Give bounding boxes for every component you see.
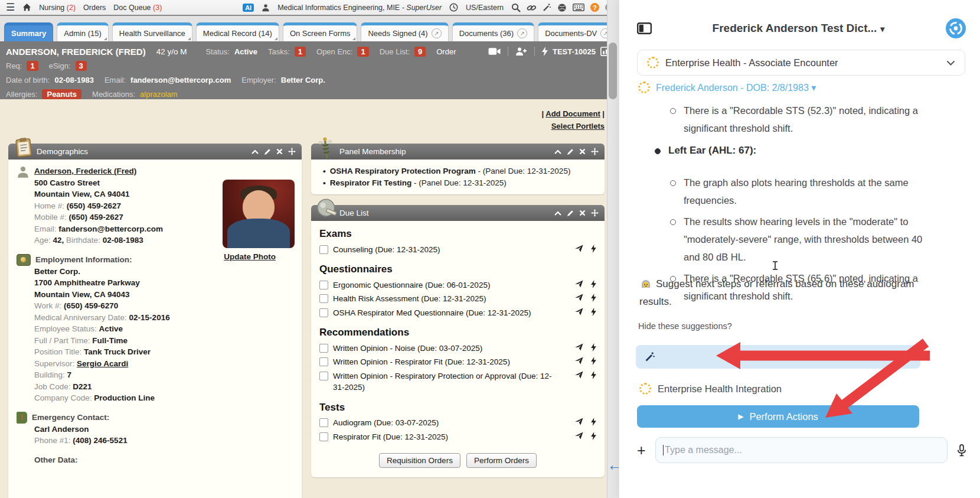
bolt-icon[interactable]	[591, 357, 596, 365]
select-portlets-link[interactable]: Select Portlets	[551, 122, 605, 131]
open-enc-count-badge[interactable]: 1	[357, 47, 368, 57]
demographics-header[interactable]: Demographics	[8, 144, 302, 160]
checkbox[interactable]	[319, 372, 328, 380]
tasks-count-badge[interactable]: 1	[295, 47, 306, 57]
ai-badge[interactable]: AI	[243, 4, 254, 12]
collapse-icon[interactable]	[554, 149, 561, 154]
clock-icon[interactable]	[449, 3, 458, 12]
external-link-icon[interactable]: ↗	[517, 28, 527, 38]
message-input[interactable]: Type a message...	[655, 437, 948, 463]
external-link-icon[interactable]: ↗	[432, 28, 442, 38]
panel-membership-header[interactable]: Panel Membership	[311, 144, 605, 160]
bolt-icon[interactable]	[591, 294, 596, 302]
move-icon[interactable]	[591, 209, 599, 217]
tab-summary[interactable]: Summary	[4, 22, 53, 41]
medication-value[interactable]: alprazolam	[140, 90, 178, 99]
collapse-icon[interactable]	[251, 149, 259, 154]
sidebar-toggle-icon[interactable]	[637, 22, 652, 34]
send-icon[interactable]	[575, 245, 584, 252]
checkbox[interactable]	[319, 308, 328, 317]
edit-icon[interactable]	[264, 148, 271, 155]
add-person-icon[interactable]	[515, 47, 527, 56]
perform-actions-button[interactable]: ▶ Perform Actions	[637, 405, 919, 428]
checkbox[interactable]	[319, 344, 328, 353]
scrollbar-thumb[interactable]	[609, 43, 617, 99]
home-icon[interactable]	[22, 3, 31, 12]
assistant-logo[interactable]	[945, 18, 966, 39]
checkbox[interactable]	[319, 432, 328, 441]
tab-admin[interactable]: Admin (15)	[57, 22, 109, 41]
requisition-orders-button[interactable]: Requisition Orders	[379, 453, 460, 468]
nav-orders[interactable]: Orders	[83, 4, 106, 12]
checkbox[interactable]	[319, 418, 328, 427]
hamburger-menu-icon[interactable]: ☰	[6, 2, 15, 12]
nav-doc-queue[interactable]: Doc Queue (3)	[113, 4, 162, 12]
conversation-title[interactable]: Frederick Anderson Test Dict...▾	[652, 22, 945, 35]
allergy-badge[interactable]: Peanuts	[42, 89, 81, 99]
mic-icon[interactable]	[957, 444, 966, 457]
order-link[interactable]: Order	[436, 47, 456, 56]
bolt-icon[interactable]	[591, 418, 596, 426]
video-camera-icon[interactable]	[488, 47, 501, 56]
nav-nursing[interactable]: Nursing (2)	[39, 4, 76, 12]
suggestion-text[interactable]: Suggest next steps or referrals based on…	[639, 275, 940, 311]
supervisor-link[interactable]: Sergio Acardi	[77, 359, 128, 368]
timezone-label[interactable]: US/Eastern	[466, 4, 504, 12]
checkbox[interactable]	[319, 294, 328, 303]
patient-context-link[interactable]: Frederick Anderson - DOB: 2/8/1983 ▾	[638, 82, 816, 93]
checkbox[interactable]	[319, 245, 328, 254]
search-icon[interactable]	[511, 3, 521, 12]
checkbox[interactable]	[319, 357, 328, 366]
req-count-badge[interactable]: 1	[27, 61, 38, 71]
close-icon[interactable]	[579, 148, 586, 155]
send-icon[interactable]	[575, 432, 584, 440]
edit-icon[interactable]	[567, 148, 574, 155]
attach-button[interactable]: +	[637, 443, 646, 458]
tab-health-surveillance[interactable]: Health Surveillance	[112, 22, 192, 41]
send-icon[interactable]	[575, 308, 584, 315]
hide-suggestions-link[interactable]: Hide these suggestions?	[638, 321, 732, 331]
send-icon[interactable]	[575, 357, 584, 364]
bolt-icon[interactable]	[591, 343, 596, 351]
bolt-icon[interactable]	[591, 308, 596, 316]
close-icon[interactable]	[276, 148, 283, 155]
encounter-selector[interactable]: Enterprise Health - Associate Encounter	[637, 50, 965, 76]
suggestion-action-bar[interactable]	[636, 345, 920, 369]
move-icon[interactable]	[591, 148, 599, 155]
tab-documents[interactable]: Documents (36)↗	[452, 22, 534, 41]
bolt-icon[interactable]	[591, 245, 596, 253]
due-item: Health Risk Assessment (Due: 12-31-2025)	[319, 292, 596, 306]
bolt-icon[interactable]	[591, 371, 596, 379]
perform-orders-button[interactable]: Perform Orders	[466, 453, 537, 468]
tab-on-screen-forms[interactable]: On Screen Forms	[283, 22, 358, 41]
employer-address2: Mountain View, CA 94043	[34, 289, 293, 301]
keyboard-icon[interactable]	[573, 4, 584, 11]
due-list-header[interactable]: Due List	[311, 205, 605, 221]
bolt-icon[interactable]	[591, 280, 596, 288]
send-icon[interactable]	[575, 418, 584, 425]
help-icon[interactable]: ?	[590, 3, 599, 12]
add-document-link[interactable]: Add Document	[545, 109, 600, 118]
send-icon[interactable]	[575, 371, 584, 379]
checkbox[interactable]	[319, 281, 328, 289]
move-icon[interactable]	[288, 148, 296, 155]
link-icon[interactable]	[527, 3, 536, 12]
tab-documents-dv[interactable]: Documents-DV↗	[538, 22, 618, 41]
collapse-icon[interactable]	[554, 211, 561, 216]
tab-medical-record[interactable]: Medical Record (14)	[196, 22, 279, 41]
send-icon[interactable]	[575, 280, 584, 288]
close-icon[interactable]	[579, 210, 586, 216]
update-photo-link[interactable]: Update Photo	[224, 251, 276, 263]
edit-icon[interactable]	[567, 210, 574, 217]
send-icon[interactable]	[575, 343, 584, 351]
patient-name-link[interactable]: Anderson, Frederick (Fred)	[34, 165, 163, 177]
bolt-icon[interactable]	[591, 432, 596, 440]
send-icon[interactable]	[575, 294, 584, 301]
bolt-icon[interactable]	[542, 47, 548, 56]
due-list-count-badge[interactable]: 9	[414, 47, 426, 57]
globe-icon[interactable]	[557, 3, 567, 12]
tab-needs-signed[interactable]: Needs Signed (4)↗	[361, 22, 448, 41]
patient-age-sex: 42 y/o M	[156, 47, 187, 56]
esign-count-badge[interactable]: 3	[76, 61, 87, 71]
wand-icon[interactable]	[542, 3, 551, 12]
